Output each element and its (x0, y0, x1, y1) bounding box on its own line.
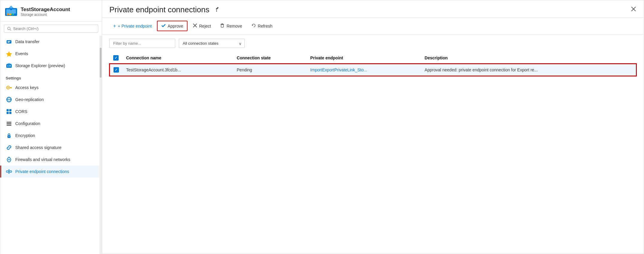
svg-point-40 (6, 171, 8, 172)
events-icon (6, 50, 12, 57)
svg-rect-16 (9, 65, 11, 66)
main-content: Private endpoint connections + + Private… (102, 0, 644, 254)
svg-rect-17 (9, 66, 11, 67)
refresh-button[interactable]: Refresh (247, 21, 276, 31)
reject-button[interactable]: Reject (189, 21, 215, 31)
sidebar-header: TestStorageAccount Storage account (0, 0, 102, 22)
pin-icon[interactable] (214, 6, 220, 13)
svg-line-9 (10, 29, 11, 31)
approve-label: Approve (168, 24, 183, 28)
svg-rect-6 (12, 13, 13, 15)
row-checkbox[interactable] (114, 67, 119, 73)
sidebar-item-data-transfer[interactable]: Data transfer (0, 36, 99, 48)
sidebar-item-firewalls[interactable]: Firewalls and virtual networks (0, 154, 99, 166)
sidebar-item-events[interactable]: Events (0, 48, 99, 60)
svg-marker-18 (6, 63, 12, 64)
private-endpoint-icon (6, 168, 12, 175)
reject-label: Reject (199, 24, 211, 28)
header-private-endpoint: Private endpoint (307, 52, 421, 64)
svg-rect-30 (9, 112, 11, 114)
svg-rect-32 (7, 123, 11, 124)
svg-rect-31 (7, 122, 11, 123)
settings-section-label: Settings (0, 72, 99, 82)
svg-rect-15 (7, 65, 9, 67)
sidebar-item-label-encryption: Encryption (15, 133, 35, 138)
svg-marker-13 (6, 51, 12, 57)
private-endpoint-label: + Private endpoint (118, 24, 152, 28)
sidebar-item-shared-access[interactable]: Shared access signature (0, 142, 99, 154)
storage-explorer-icon (6, 62, 12, 69)
sidebar-scrollbar-thumb[interactable] (100, 48, 102, 78)
filter-row: All connection states Approved Pending R… (102, 34, 644, 52)
sidebar-item-geo-replication[interactable]: Geo-replication (0, 94, 99, 106)
svg-rect-29 (7, 112, 9, 114)
refresh-icon (251, 23, 256, 29)
table-header-row: Connection name Connection state Private… (110, 52, 636, 64)
refresh-label: Refresh (258, 24, 273, 28)
table-container: Connection name Connection state Private… (102, 52, 644, 254)
link-icon (6, 144, 12, 151)
key-icon (6, 84, 12, 91)
sidebar-item-label-geo-replication: Geo-replication (15, 97, 44, 102)
sidebar-item-label-access-keys: Access keys (15, 85, 39, 90)
svg-marker-3 (9, 6, 13, 8)
close-icon[interactable] (631, 6, 637, 13)
svg-rect-50 (222, 24, 223, 24)
svg-rect-48 (221, 25, 223, 27)
trash-icon (220, 23, 225, 29)
svg-rect-33 (7, 125, 11, 126)
svg-rect-12 (7, 42, 10, 43)
connections-table: Connection name Connection state Private… (109, 52, 637, 76)
table-row[interactable]: TestStorageAccount.3fcd1b... Pending Imp… (110, 64, 636, 76)
main-title-row: Private endpoint connections (109, 5, 220, 14)
private-endpoint-link[interactable]: ImportExportPrivateLink_Sto... (310, 67, 367, 72)
row-private-endpoint: ImportExportPrivateLink_Sto... (307, 64, 421, 76)
filter-state-select-wrap: All connection states Approved Pending R… (179, 39, 245, 48)
svg-rect-4 (7, 13, 9, 15)
sidebar-item-label-cors: CORS (15, 109, 27, 114)
sidebar-item-label-shared-access: Shared access signature (15, 145, 61, 150)
svg-point-8 (7, 27, 10, 30)
sidebar-item-label-events: Events (15, 51, 28, 56)
app-container: TestStorageAccount Storage account Data … (0, 0, 644, 254)
header-connection-name: Connection name (123, 52, 233, 64)
row-connection-name: TestStorageAccount.3fcd1b... (123, 64, 233, 76)
page-title: Private endpoint connections (109, 5, 209, 14)
search-input[interactable] (13, 26, 95, 31)
approve-check-icon (161, 23, 166, 29)
header-description: Description (421, 52, 636, 64)
sidebar: TestStorageAccount Storage account Data … (0, 0, 102, 254)
svg-point-20 (7, 87, 9, 88)
approve-button[interactable]: Approve (157, 21, 188, 31)
svg-rect-27 (7, 109, 9, 111)
reject-x-icon (193, 23, 197, 29)
sidebar-account-type: Storage account (21, 13, 70, 17)
header-checkbox[interactable] (113, 55, 119, 61)
filter-name-input[interactable] (109, 39, 175, 48)
sidebar-account-name: TestStorageAccount (21, 7, 70, 13)
sidebar-search[interactable] (4, 25, 98, 33)
remove-button[interactable]: Remove (216, 21, 246, 31)
sidebar-item-private-endpoint[interactable]: Private endpoint connections (0, 166, 99, 178)
sidebar-item-label-configuration: Configuration (15, 121, 40, 126)
sidebar-item-encryption[interactable]: Encryption (0, 130, 99, 142)
svg-rect-7 (14, 13, 16, 15)
private-endpoint-button[interactable]: + + Private endpoint (109, 21, 156, 31)
sidebar-item-storage-explorer[interactable]: Storage Explorer (preview) (0, 60, 99, 72)
sidebar-scrollbar[interactable] (99, 36, 102, 254)
config-icon (6, 120, 12, 127)
sidebar-item-label-firewalls: Firewalls and virtual networks (15, 157, 70, 162)
svg-rect-39 (9, 170, 9, 173)
row-description: Approval needed: private endpoint connec… (421, 64, 636, 76)
row-checkbox-cell (110, 64, 123, 76)
svg-point-41 (10, 171, 12, 172)
svg-point-36 (8, 159, 10, 160)
sidebar-item-cors[interactable]: CORS (0, 106, 99, 118)
sidebar-item-access-keys[interactable]: Access keys (0, 82, 99, 94)
plus-icon: + (113, 23, 116, 29)
filter-state-select[interactable]: All connection states Approved Pending R… (179, 39, 245, 48)
svg-rect-42 (216, 7, 219, 10)
sidebar-item-configuration[interactable]: Configuration (0, 118, 99, 130)
cors-icon (6, 108, 12, 115)
svg-rect-28 (9, 109, 11, 111)
